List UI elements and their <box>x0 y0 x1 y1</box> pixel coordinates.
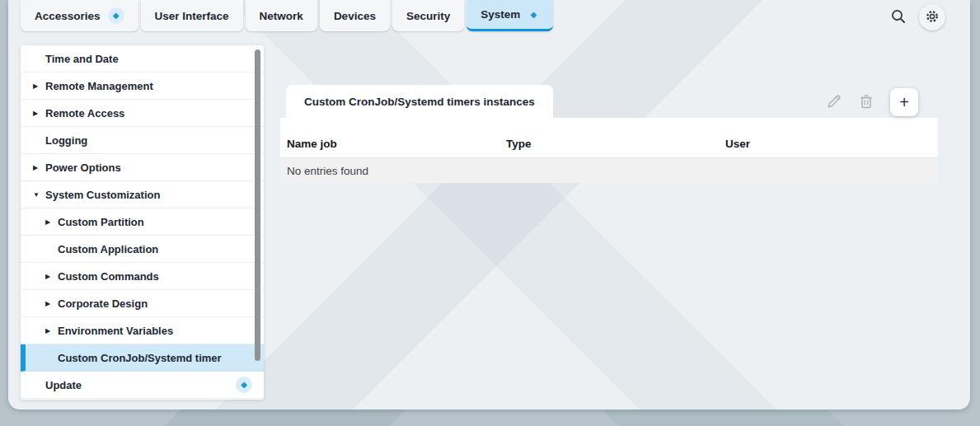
sidebar-item-corporate-design[interactable]: ▶ Corporate Design <box>21 290 264 317</box>
add-button[interactable]: + <box>890 88 918 116</box>
tab-label: Security <box>406 10 450 22</box>
content-toolbar: + <box>826 88 918 116</box>
search-button[interactable] <box>890 8 907 27</box>
header-actions <box>890 4 945 30</box>
gear-icon <box>925 9 940 26</box>
chevron-right-icon: ▶ <box>33 110 38 117</box>
tab-label: Accessories <box>35 10 101 22</box>
cronjob-table: Name job Type User No entries found <box>280 118 938 183</box>
chevron-right-icon: ▶ <box>45 273 50 280</box>
edit-button[interactable] <box>826 93 842 112</box>
tab-label: Network <box>260 10 303 22</box>
sidebar-item-remote-management[interactable]: ▶ Remote Management <box>21 73 264 100</box>
column-header-name-job: Name job <box>280 138 499 150</box>
sidebar-item-power-options[interactable]: ▶ Power Options <box>21 154 264 181</box>
table-empty-state: No entries found <box>280 158 938 183</box>
search-icon <box>890 8 907 27</box>
tab-devices[interactable]: Devices <box>320 0 390 31</box>
chevron-right-icon: ▶ <box>33 164 38 171</box>
settings-button[interactable] <box>919 4 945 30</box>
tab-user-interface[interactable]: User Interface <box>141 0 243 31</box>
pencil-icon <box>826 93 842 112</box>
empty-message: No entries found <box>287 165 368 177</box>
tab-security[interactable]: Security <box>392 0 464 31</box>
sidebar-item-custom-commands[interactable]: ▶ Custom Commands <box>21 263 264 290</box>
sidebar-item-custom-application[interactable]: Custom Application <box>21 236 264 263</box>
sidebar-item-logging[interactable]: Logging <box>21 127 264 154</box>
diamond-badge-icon: ◆ <box>108 7 124 24</box>
sidebar-nav: Time and Date ▶ Remote Management ▶ Remo… <box>21 45 264 400</box>
sidebar-item-time-and-date[interactable]: Time and Date <box>21 45 264 73</box>
sidebar-item-custom-cronjob-systemd-timer[interactable]: Custom CronJob/Systemd timer <box>21 344 264 372</box>
sidebar-item-remote-access[interactable]: ▶ Remote Access <box>21 100 264 127</box>
main-panel: Accessories ◆ User Interface Network Dev… <box>8 0 970 410</box>
table-header-row: Name job Type User <box>280 118 938 158</box>
chevron-right-icon: ▶ <box>45 218 50 226</box>
column-header-user: User <box>719 138 938 150</box>
top-tab-bar: Accessories ◆ User Interface Network Dev… <box>21 0 553 31</box>
sidebar-item-system-customization[interactable]: ▼ System Customization <box>21 181 264 208</box>
tab-label: User Interface <box>155 10 229 22</box>
delete-button[interactable] <box>858 93 874 112</box>
tab-system[interactable]: System ◆ <box>467 0 553 31</box>
sidebar-item-custom-partition[interactable]: ▶ Custom Partition <box>21 208 264 236</box>
tab-network[interactable]: Network <box>246 0 317 31</box>
chevron-down-icon: ▼ <box>33 191 40 199</box>
sidebar-item-update[interactable]: Update ◆ <box>21 372 264 399</box>
tab-accessories[interactable]: Accessories ◆ <box>21 0 138 31</box>
trash-icon <box>858 93 874 112</box>
chevron-right-icon: ▶ <box>45 327 50 335</box>
column-header-type: Type <box>499 138 719 150</box>
page-background: { "icons": { "diamond": "◆", "arrow_righ… <box>0 0 980 426</box>
tab-label: Devices <box>334 10 376 22</box>
chevron-right-icon: ▶ <box>33 82 38 90</box>
content-tab-cronjob-instances[interactable]: Custom CronJob/Systemd timers instances <box>286 85 553 118</box>
tab-label: System <box>481 8 520 21</box>
diamond-badge-icon: ◆ <box>528 7 539 23</box>
sidebar-scrollbar[interactable] <box>255 49 260 361</box>
chevron-right-icon: ▶ <box>45 300 50 307</box>
plus-icon: + <box>899 94 909 110</box>
diamond-badge-icon: ◆ <box>236 377 252 393</box>
content-tab-label: Custom CronJob/Systemd timers instances <box>304 96 535 108</box>
sidebar-item-environment-variables[interactable]: ▶ Environment Variables <box>21 317 264 344</box>
